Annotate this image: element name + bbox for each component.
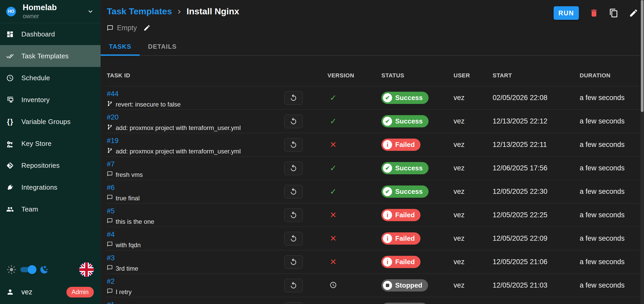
column-header-status: STATUS xyxy=(381,72,454,79)
task-start-time: 12/05/2025 22:30 xyxy=(493,188,580,196)
task-id-link[interactable]: #2 xyxy=(107,277,115,286)
restart-task-button[interactable] xyxy=(284,162,303,175)
replay-icon xyxy=(289,281,298,289)
status-badge-icon: i xyxy=(383,257,392,266)
restart-task-button[interactable] xyxy=(284,208,303,222)
task-comment: add: proxmox project with terraform_user… xyxy=(107,124,284,132)
replay-icon xyxy=(289,164,298,172)
people-icon xyxy=(6,206,14,213)
task-id-link[interactable]: #44 xyxy=(107,90,119,98)
sidebar-item-repositories[interactable]: Repositories xyxy=(0,154,101,176)
task-comment: 3rd time xyxy=(107,265,284,272)
edit-template-button[interactable] xyxy=(629,8,638,18)
task-duration: a few seconds xyxy=(580,258,640,266)
tab-details[interactable]: DETAILS xyxy=(140,38,185,55)
message-icon xyxy=(107,241,113,249)
column-header-start: START xyxy=(493,72,580,79)
sidebar-item-inventory[interactable]: Inventory xyxy=(0,89,101,111)
language-flag-uk[interactable] xyxy=(79,262,94,277)
task-duration: a few seconds xyxy=(580,211,640,219)
chevron-down-icon[interactable] xyxy=(86,8,94,15)
team-avatar: HO xyxy=(6,7,16,16)
task-comment: this is the one xyxy=(107,218,284,225)
task-start-time: 12/05/2025 21:06 xyxy=(493,258,580,266)
status-badge: i Failed xyxy=(381,209,420,221)
task-user: vez xyxy=(454,211,493,219)
restart-task-button[interactable] xyxy=(284,302,303,304)
task-start-time: 12/06/2025 17:56 xyxy=(493,164,580,172)
table-row: #7 fresh vms ✓ ✔ Success vez 12/06/2025 … xyxy=(106,157,640,180)
column-header-duration: DURATION xyxy=(580,72,640,79)
task-start-time: 12/05/2025 21:03 xyxy=(493,281,580,289)
sidebar-item-integrations[interactable]: Integrations xyxy=(0,176,101,198)
edit-description-pencil-icon[interactable] xyxy=(143,24,151,32)
status-badge-icon: i xyxy=(383,234,392,243)
restart-task-button[interactable] xyxy=(284,232,303,245)
restart-task-button[interactable] xyxy=(284,185,303,198)
sidebar-item-schedule[interactable]: Schedule xyxy=(0,67,101,89)
replay-icon xyxy=(289,211,298,219)
sidebar-item-key-store[interactable]: Key Store xyxy=(0,133,101,154)
column-header-version: VERSION xyxy=(327,72,381,79)
task-id-link[interactable]: #19 xyxy=(107,137,119,145)
sidebar-item-team[interactable]: Team xyxy=(0,198,101,220)
plug-icon xyxy=(6,184,14,191)
sidebar-item-variable-groups[interactable]: { } Variable Groups xyxy=(0,111,101,133)
delete-template-button[interactable] xyxy=(589,8,599,18)
task-duration: a few seconds xyxy=(580,234,640,243)
scrollbar-track[interactable] xyxy=(640,0,644,304)
breadcrumb-task-templates-link[interactable]: Task Templates xyxy=(107,6,172,16)
copy-template-button[interactable] xyxy=(609,8,618,18)
tab-tasks[interactable]: TASKS xyxy=(101,38,140,55)
task-user: vez xyxy=(454,281,493,289)
task-id-link[interactable]: #3 xyxy=(107,254,115,262)
user-menu[interactable]: vez Admin xyxy=(0,286,101,298)
moon-icon xyxy=(40,265,49,274)
task-duration: a few seconds xyxy=(580,188,640,196)
restart-task-button[interactable] xyxy=(284,115,303,128)
status-badge-icon: ✔ xyxy=(383,117,392,126)
copy-icon xyxy=(609,8,618,18)
task-id-link[interactable]: #4 xyxy=(107,231,115,239)
sun-icon xyxy=(7,265,16,274)
table-row: #5 this is the one ✕ i Failed vez 12/05/… xyxy=(106,203,640,227)
monitors-icon xyxy=(6,96,14,104)
sidebar-item-dashboard[interactable]: Dashboard xyxy=(0,23,101,45)
restart-task-button[interactable] xyxy=(284,279,303,292)
task-id-link[interactable]: #1 xyxy=(107,301,115,304)
status-badge: Stopped xyxy=(381,279,428,291)
git-icon xyxy=(6,162,14,169)
task-user: vez xyxy=(454,188,493,196)
table-body: #44 revert: insecure to false ✓ ✔ Succes… xyxy=(106,86,640,304)
task-start-time: 02/05/2026 22:08 xyxy=(493,94,580,102)
task-id-link[interactable]: #6 xyxy=(107,184,115,192)
scrollbar-thumb[interactable] xyxy=(641,0,643,112)
task-user: vez xyxy=(454,117,493,125)
main-content: Task Templates Install Nginx RUN Empty T… xyxy=(101,0,644,304)
replay-icon xyxy=(289,234,298,243)
restart-task-button[interactable] xyxy=(284,255,303,269)
status-badge-icon: i xyxy=(383,140,392,149)
table-row: #3 3rd time ✕ i Failed vez 12/05/2025 21… xyxy=(106,250,640,274)
run-button[interactable]: RUN xyxy=(554,6,579,20)
restart-task-button[interactable] xyxy=(284,138,303,152)
status-badge: i Failed xyxy=(381,256,420,268)
table-row: #2 I retry Stopped vez 12/05/2025 21:03 … xyxy=(106,274,640,297)
team-name: Homelab xyxy=(23,3,86,12)
replay-icon xyxy=(289,258,298,266)
task-comment: true final xyxy=(107,194,284,202)
status-badge-icon: ✔ xyxy=(383,164,392,173)
team-selector[interactable]: HO Homelab owner xyxy=(0,0,101,23)
sidebar-item-task-templates[interactable]: Task Templates xyxy=(0,45,101,67)
task-id-link[interactable]: #20 xyxy=(107,113,119,121)
theme-toggle[interactable] xyxy=(20,267,35,272)
task-duration: a few seconds xyxy=(580,141,640,149)
task-id-link[interactable]: #7 xyxy=(107,160,115,168)
restart-task-button[interactable] xyxy=(284,91,303,105)
task-comment: fresh vms xyxy=(107,171,284,178)
replay-icon xyxy=(289,141,298,149)
status-badge: ✔ Success xyxy=(381,185,429,198)
task-comment: with fqdn xyxy=(107,241,284,249)
task-id-link[interactable]: #5 xyxy=(107,207,115,215)
git-branch-icon xyxy=(107,147,113,155)
